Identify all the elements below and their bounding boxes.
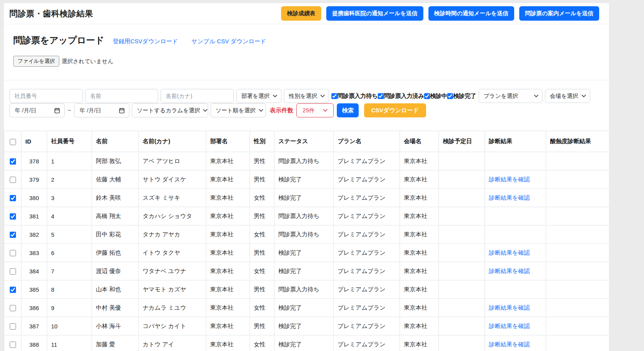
result-confirm-link[interactable]: 診断結果を確認 xyxy=(489,249,530,256)
column-header: ステータス xyxy=(274,131,334,152)
cell-name-kana: ワタナベ ユウナ xyxy=(139,262,206,280)
status-filter[interactable]: 問診票入力済み xyxy=(378,92,424,100)
venue-select[interactable]: 会場を選択 xyxy=(545,89,590,103)
cell-department: 東京本社 xyxy=(206,317,250,335)
column-header: 診断結果 xyxy=(485,131,546,152)
cell-exam-date xyxy=(439,244,485,262)
display-count-select[interactable]: 25件 xyxy=(296,103,334,117)
cell-plan: プレミアムプラン xyxy=(334,280,400,299)
cell-result: 診断結果を確認 xyxy=(485,262,546,280)
cell-plan: プレミアムプラン xyxy=(334,152,400,170)
cell-plan: プレミアムプラン xyxy=(334,335,400,351)
cell-id: 379 xyxy=(21,170,47,189)
row-select-checkbox[interactable] xyxy=(10,232,16,238)
name-input[interactable] xyxy=(85,89,158,103)
status-filter-label: 検診完了 xyxy=(453,92,476,100)
csv-links: 登録用CSVダウンロード サンプル CSV ダウンロード xyxy=(113,38,266,45)
result-confirm-link[interactable]: 診断結果を確認 xyxy=(489,268,530,274)
cell-employee-number: 1 xyxy=(47,152,92,170)
date-to-input[interactable]: 年 /月/日 xyxy=(74,103,129,117)
row-select-checkbox[interactable] xyxy=(10,342,16,348)
status-filter-checkbox[interactable] xyxy=(378,93,384,99)
cell-result: 診断結果を確認 xyxy=(485,189,546,207)
csv-download-link[interactable]: サンプル CSV ダウンロード xyxy=(191,38,266,45)
cell-gender: 女性 xyxy=(250,299,274,317)
name-kana-input[interactable] xyxy=(161,89,234,103)
gender-select[interactable]: 性別を選択 xyxy=(284,89,329,103)
cell-name-kana: イトウ タクヤ xyxy=(139,244,206,262)
row-select-cell xyxy=(4,225,21,244)
result-confirm-link[interactable]: 診断結果を確認 xyxy=(489,194,530,201)
column-header: 酸蝕度診断結果 xyxy=(546,131,609,152)
result-confirm-link[interactable]: 診断結果を確認 xyxy=(489,176,530,183)
header-action-button[interactable]: 検診成績表 xyxy=(281,6,321,21)
row-select-checkbox[interactable] xyxy=(10,250,16,256)
table-row: 386 9 中村 美優 ナカムラ ミユウ 東京本社 女性 検診完了 プレミアムプ… xyxy=(4,299,609,317)
row-select-checkbox[interactable] xyxy=(10,213,16,220)
status-filter-label: 問診票入力済み xyxy=(384,92,424,100)
cell-venue: 東京本社 xyxy=(400,170,439,189)
cell-acid-result xyxy=(546,280,609,299)
row-select-checkbox[interactable] xyxy=(10,195,16,201)
chevron-down-icon xyxy=(534,94,538,98)
cell-name-kana: タナカ アヤカ xyxy=(139,225,206,244)
cell-department: 東京本社 xyxy=(206,244,250,262)
csv-download-link[interactable]: 登録用CSVダウンロード xyxy=(113,38,178,45)
table-row: 385 8 山本 和也 ヤマモト カズヤ 東京本社 男性 問診票入力待ち プレミ… xyxy=(4,280,609,299)
department-select[interactable]: 部署を選択 xyxy=(236,89,281,103)
status-filter-group: 問診票入力待ち 問診票入力済み 検診中 検診完了 xyxy=(331,92,476,100)
result-confirm-link[interactable]: 診断結果を確認 xyxy=(489,323,530,329)
chevron-down-icon xyxy=(320,94,325,98)
row-select-checkbox[interactable] xyxy=(10,268,16,275)
cell-exam-date xyxy=(439,280,485,299)
csv-download-button[interactable]: CSVダウンロード xyxy=(364,103,426,117)
cell-employee-number: 3 xyxy=(47,189,92,207)
plan-select[interactable]: プランを選択 xyxy=(479,89,543,103)
cell-acid-result xyxy=(546,244,609,262)
column-header: 部署名 xyxy=(206,131,250,152)
row-select-checkbox[interactable] xyxy=(10,158,16,165)
sort-column-select[interactable]: ソートするカラムを選択 xyxy=(132,103,208,117)
result-confirm-link[interactable]: 診断結果を確認 xyxy=(489,304,530,311)
date-from-input[interactable]: 年 /月/日 xyxy=(9,103,65,117)
cell-id: 381 xyxy=(21,207,47,225)
calendar-icon xyxy=(54,108,60,113)
status-filter[interactable]: 検診完了 xyxy=(447,92,476,100)
file-select-button[interactable]: ファイルを選択 xyxy=(13,56,59,67)
header-action-button[interactable]: 検診時間の通知メールを送信 xyxy=(428,6,514,21)
cell-venue: 東京本社 xyxy=(400,262,439,280)
cell-exam-date xyxy=(439,317,485,335)
cell-status: 検診完了 xyxy=(274,244,334,262)
table-row: 382 5 田中 彩花 タナカ アヤカ 東京本社 女性 問診票入力待ち プレミア… xyxy=(4,225,609,244)
cell-gender: 女性 xyxy=(250,225,274,244)
row-select-checkbox[interactable] xyxy=(10,323,16,330)
row-select-checkbox[interactable] xyxy=(10,287,16,293)
row-select-checkbox[interactable] xyxy=(10,305,16,311)
select-all-checkbox[interactable] xyxy=(10,139,16,145)
table-body: 378 1 阿部 敦弘 アベ アツヒロ 東京本社 男性 問診票入力待ち プレミア… xyxy=(4,152,609,351)
status-filter-checkbox[interactable] xyxy=(447,93,453,99)
cell-status: 検診完了 xyxy=(274,317,334,335)
cell-acid-result xyxy=(546,299,609,317)
upload-section: 問診票をアップロード 登録用CSVダウンロード サンプル CSV ダウンロード … xyxy=(4,24,609,67)
status-filter-checkbox[interactable] xyxy=(331,93,337,99)
date-from-value: 年 /月/日 xyxy=(15,107,37,114)
plan-select-value: プランを選択 xyxy=(484,92,518,100)
row-select-checkbox[interactable] xyxy=(10,177,16,183)
result-confirm-link[interactable]: 診断結果を確認 xyxy=(489,341,530,347)
row-select-cell xyxy=(4,280,21,299)
sort-order-select[interactable]: ソート順を選択 xyxy=(211,103,266,117)
status-filter[interactable]: 問診票入力待ち xyxy=(331,92,378,100)
sort-column-select-value: ソートするカラムを選択 xyxy=(137,107,200,114)
cell-id: 385 xyxy=(21,280,47,299)
app-header: 問診票・歯科検診結果 検診成績表 提携歯科医院の通知メールを送信 検診時間の通知… xyxy=(4,3,609,24)
search-button[interactable]: 検索 xyxy=(337,103,359,117)
cell-employee-number: 6 xyxy=(47,244,92,262)
cell-exam-date xyxy=(439,207,485,225)
status-filter[interactable]: 検診中 xyxy=(424,92,447,100)
employee-number-input[interactable] xyxy=(9,89,83,103)
header-action-button[interactable]: 問診票の案内メールを送信 xyxy=(519,6,599,21)
status-filter-checkbox[interactable] xyxy=(424,93,430,99)
header-action-button[interactable]: 提携歯科医院の通知メールを送信 xyxy=(326,6,423,21)
display-count-value: 25件 xyxy=(303,107,315,114)
